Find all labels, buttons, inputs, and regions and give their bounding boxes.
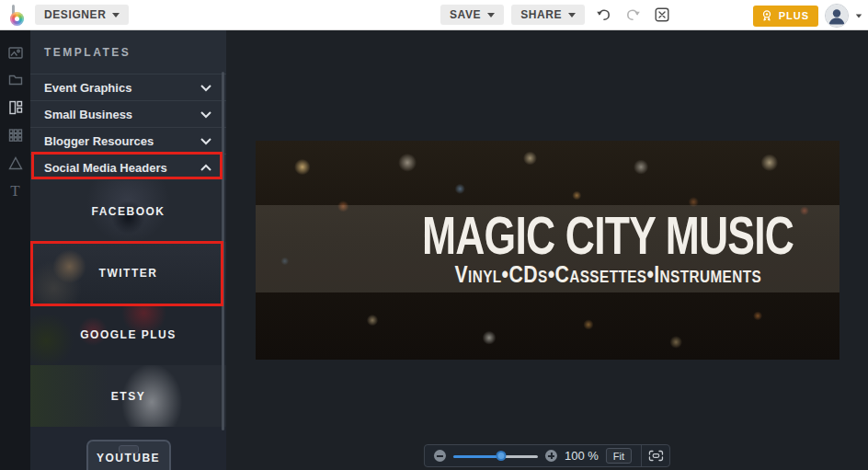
template-label: GOOGLE PLUS xyxy=(30,328,226,341)
template-google-plus[interactable]: GOOGLE PLUS xyxy=(30,304,226,365)
logo-color-wheel xyxy=(10,12,24,26)
undo-icon[interactable] xyxy=(592,5,614,25)
chevron-down-icon xyxy=(200,137,212,145)
topbar: DESIGNER SAVE SHARE xyxy=(0,0,868,30)
category-label: Blogger Resources xyxy=(44,134,154,148)
designer-menu-button[interactable]: DESIGNER xyxy=(35,5,129,25)
fit-button[interactable]: Fit xyxy=(606,448,632,464)
share-label: SHARE xyxy=(520,8,562,21)
template-label: YOUTUBE xyxy=(30,452,226,464)
medal-icon xyxy=(760,9,773,22)
design-banner[interactable]: MAGIC CITY MUSIC Vinyl•CDs•Cassettes•Ins… xyxy=(256,141,839,360)
zoom-percentage: 100 % xyxy=(565,449,599,463)
befunky-logo[interactable] xyxy=(9,4,29,27)
grid-overlays-icon[interactable] xyxy=(0,121,30,149)
plus-upgrade-button[interactable]: PLUS xyxy=(753,6,818,27)
category-small-business[interactable]: Small Business xyxy=(30,100,226,127)
banner-subtitle: Vinyl•CDs•Cassettes•Instruments xyxy=(455,261,762,288)
document-actions: SAVE SHARE xyxy=(440,5,673,25)
canvas-area[interactable]: MAGIC CITY MUSIC Vinyl•CDs•Cassettes•Ins… xyxy=(226,30,868,470)
fit-screen-icon[interactable] xyxy=(641,445,669,466)
category-event-graphics[interactable]: Event Graphics xyxy=(30,74,226,100)
template-label: ETSY xyxy=(30,390,226,403)
chevron-down-icon xyxy=(568,13,576,17)
templates-icon[interactable] xyxy=(0,94,30,121)
template-label: FACEBOOK xyxy=(30,205,226,218)
zoom-out-icon[interactable] xyxy=(434,450,446,462)
avatar[interactable] xyxy=(825,4,849,28)
zoom-slider-handle[interactable] xyxy=(497,451,507,461)
chevron-down-icon xyxy=(112,13,120,17)
save-label: SAVE xyxy=(450,8,481,21)
zoom-slider[interactable] xyxy=(453,450,538,462)
shapes-icon[interactable] xyxy=(0,149,30,177)
chevron-down-icon xyxy=(487,13,495,17)
account-area: PLUS xyxy=(753,4,862,28)
zoom-in-icon[interactable] xyxy=(545,450,557,462)
template-twitter[interactable]: TWITTER xyxy=(30,242,226,304)
category-label: Small Business xyxy=(44,108,132,121)
redo-icon[interactable] xyxy=(622,5,644,25)
template-facebook[interactable]: FACEBOOK xyxy=(30,180,226,242)
category-blogger-resources[interactable]: Blogger Resources xyxy=(30,127,226,154)
chevron-down-icon xyxy=(200,84,212,92)
banner-title: MAGIC CITY MUSIC xyxy=(422,211,794,260)
template-label: TWITTER xyxy=(30,267,226,280)
folder-icon[interactable] xyxy=(0,66,30,94)
category-social-media-headers[interactable]: Social Media Headers xyxy=(30,154,226,180)
zoom-toolbar: 100 % Fit xyxy=(424,444,670,467)
banner-text-block: MAGIC CITY MUSIC Vinyl•CDs•Cassettes•Ins… xyxy=(384,205,832,292)
close-icon[interactable] xyxy=(651,5,673,25)
text-icon[interactable]: T xyxy=(0,177,30,204)
panel-scrollbar[interactable] xyxy=(222,72,224,430)
templates-panel: TEMPLATES Event Graphics Small Business … xyxy=(30,30,226,470)
chevron-up-icon xyxy=(200,164,212,172)
category-label: Social Media Headers xyxy=(44,161,167,175)
image-manager-icon[interactable] xyxy=(0,39,30,66)
tool-rail: T xyxy=(0,30,30,470)
plus-label: PLUS xyxy=(779,10,809,21)
template-list: FACEBOOK TWITTER GOOGLE PLUS ETSY YOUTUB… xyxy=(30,180,226,470)
category-label: Event Graphics xyxy=(44,81,131,95)
share-button[interactable]: SHARE xyxy=(511,5,585,25)
template-etsy[interactable]: ETSY xyxy=(30,365,226,427)
chevron-down-icon xyxy=(200,110,212,119)
designer-label: DESIGNER xyxy=(44,8,106,21)
template-youtube[interactable]: YOUTUBE xyxy=(30,427,226,470)
panel-title: TEMPLATES xyxy=(30,30,226,74)
workspace: T TEMPLATES Event Graphics Small Busines… xyxy=(0,30,868,470)
account-menu-caret[interactable] xyxy=(856,14,862,17)
save-button[interactable]: SAVE xyxy=(440,5,504,25)
